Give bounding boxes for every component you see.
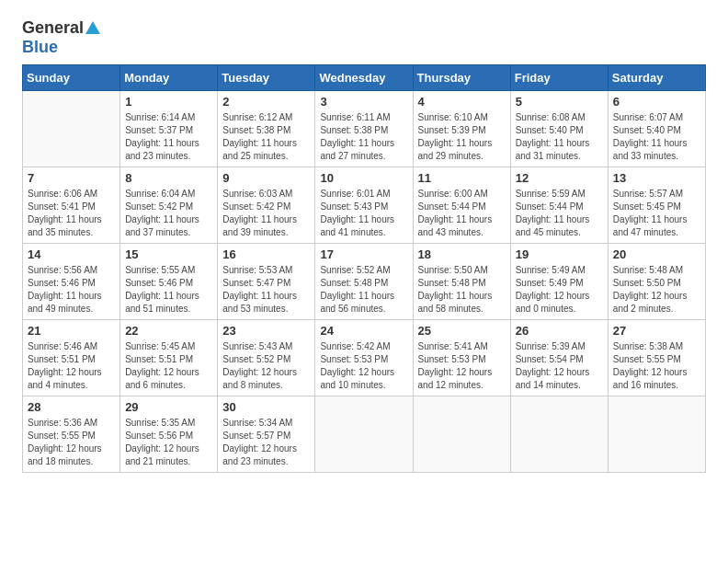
- calendar-cell: [413, 396, 510, 473]
- day-info: Sunrise: 5:41 AM Sunset: 5:53 PM Dayligh…: [418, 340, 506, 392]
- logo-blue-text: Blue: [22, 38, 58, 57]
- day-info: Sunrise: 6:04 AM Sunset: 5:42 PM Dayligh…: [125, 188, 212, 239]
- logo-general-text: General: [22, 18, 84, 38]
- day-info: Sunrise: 5:59 AM Sunset: 5:44 PM Dayligh…: [516, 188, 603, 239]
- weekday-header: Sunday: [23, 65, 120, 91]
- day-number: 27: [613, 324, 700, 338]
- calendar-cell: 28Sunrise: 5:36 AM Sunset: 5:55 PM Dayli…: [23, 396, 120, 473]
- calendar-cell: 21Sunrise: 5:46 AM Sunset: 5:51 PM Dayli…: [23, 320, 120, 396]
- calendar-cell: 16Sunrise: 5:53 AM Sunset: 5:47 PM Dayli…: [218, 244, 315, 320]
- calendar-cell: 7Sunrise: 6:06 AM Sunset: 5:41 PM Daylig…: [23, 167, 120, 244]
- day-number: 29: [125, 400, 212, 414]
- day-number: 10: [320, 171, 407, 185]
- day-info: Sunrise: 5:43 AM Sunset: 5:52 PM Dayligh…: [222, 340, 310, 392]
- day-info: Sunrise: 5:53 AM Sunset: 5:47 PM Dayligh…: [222, 264, 310, 316]
- calendar-cell: 27Sunrise: 5:38 AM Sunset: 5:55 PM Dayli…: [608, 320, 705, 396]
- day-number: 2: [222, 95, 310, 109]
- calendar-cell: 10Sunrise: 6:01 AM Sunset: 5:43 PM Dayli…: [315, 167, 413, 244]
- calendar-week-row: 14Sunrise: 5:56 AM Sunset: 5:46 PM Dayli…: [23, 244, 706, 320]
- calendar-header-row: SundayMondayTuesdayWednesdayThursdayFrid…: [23, 65, 706, 91]
- day-number: 5: [516, 95, 603, 109]
- day-number: 3: [320, 95, 407, 109]
- day-info: Sunrise: 6:10 AM Sunset: 5:39 PM Dayligh…: [418, 111, 506, 163]
- calendar-cell: 26Sunrise: 5:39 AM Sunset: 5:54 PM Dayli…: [510, 320, 608, 396]
- calendar-cell: 30Sunrise: 5:34 AM Sunset: 5:57 PM Dayli…: [218, 396, 315, 473]
- calendar-cell: 12Sunrise: 5:59 AM Sunset: 5:44 PM Dayli…: [510, 167, 608, 244]
- calendar-cell: 17Sunrise: 5:52 AM Sunset: 5:48 PM Dayli…: [315, 244, 413, 320]
- day-number: 24: [320, 324, 407, 338]
- day-info: Sunrise: 5:46 AM Sunset: 5:51 PM Dayligh…: [28, 340, 115, 392]
- calendar-cell: 14Sunrise: 5:56 AM Sunset: 5:46 PM Dayli…: [23, 244, 120, 320]
- day-info: Sunrise: 6:14 AM Sunset: 5:37 PM Dayligh…: [125, 111, 212, 163]
- day-info: Sunrise: 5:52 AM Sunset: 5:48 PM Dayligh…: [320, 264, 407, 316]
- weekday-header: Thursday: [413, 65, 510, 91]
- day-info: Sunrise: 5:49 AM Sunset: 5:49 PM Dayligh…: [516, 264, 603, 316]
- day-info: Sunrise: 6:03 AM Sunset: 5:42 PM Dayligh…: [222, 188, 310, 239]
- day-number: 15: [125, 247, 212, 261]
- calendar-cell: 15Sunrise: 5:55 AM Sunset: 5:46 PM Dayli…: [120, 244, 218, 320]
- calendar-cell: 9Sunrise: 6:03 AM Sunset: 5:42 PM Daylig…: [218, 167, 315, 244]
- day-info: Sunrise: 5:57 AM Sunset: 5:45 PM Dayligh…: [613, 188, 700, 239]
- calendar-cell: 2Sunrise: 6:12 AM Sunset: 5:38 PM Daylig…: [218, 91, 315, 167]
- calendar-cell: 8Sunrise: 6:04 AM Sunset: 5:42 PM Daylig…: [120, 167, 218, 244]
- day-info: Sunrise: 5:34 AM Sunset: 5:57 PM Dayligh…: [222, 417, 310, 468]
- day-info: Sunrise: 6:07 AM Sunset: 5:40 PM Dayligh…: [613, 111, 700, 163]
- day-info: Sunrise: 5:45 AM Sunset: 5:51 PM Dayligh…: [125, 340, 212, 392]
- calendar-cell: [510, 396, 608, 473]
- day-number: 22: [125, 324, 212, 338]
- day-number: 7: [28, 171, 115, 185]
- calendar-cell: 6Sunrise: 6:07 AM Sunset: 5:40 PM Daylig…: [608, 91, 705, 167]
- weekday-header: Monday: [120, 65, 218, 91]
- day-info: Sunrise: 6:01 AM Sunset: 5:43 PM Dayligh…: [320, 188, 407, 239]
- day-number: 23: [222, 324, 310, 338]
- calendar-cell: 11Sunrise: 6:00 AM Sunset: 5:44 PM Dayli…: [413, 167, 510, 244]
- day-number: 30: [222, 400, 310, 414]
- calendar-week-row: 1Sunrise: 6:14 AM Sunset: 5:37 PM Daylig…: [23, 91, 706, 167]
- weekday-header: Saturday: [608, 65, 705, 91]
- day-info: Sunrise: 6:06 AM Sunset: 5:41 PM Dayligh…: [28, 188, 115, 239]
- day-number: 20: [613, 247, 700, 261]
- calendar-cell: 4Sunrise: 6:10 AM Sunset: 5:39 PM Daylig…: [413, 91, 510, 167]
- weekday-header: Wednesday: [315, 65, 413, 91]
- calendar-week-row: 28Sunrise: 5:36 AM Sunset: 5:55 PM Dayli…: [23, 396, 706, 473]
- day-info: Sunrise: 5:38 AM Sunset: 5:55 PM Dayligh…: [613, 340, 700, 392]
- day-number: 19: [516, 247, 603, 261]
- day-number: 25: [418, 324, 506, 338]
- calendar-table: SundayMondayTuesdayWednesdayThursdayFrid…: [22, 64, 706, 473]
- calendar-cell: 19Sunrise: 5:49 AM Sunset: 5:49 PM Dayli…: [510, 244, 608, 320]
- day-number: 21: [28, 324, 115, 338]
- day-info: Sunrise: 5:39 AM Sunset: 5:54 PM Dayligh…: [516, 340, 603, 392]
- calendar-week-row: 7Sunrise: 6:06 AM Sunset: 5:41 PM Daylig…: [23, 167, 706, 244]
- calendar-cell: 25Sunrise: 5:41 AM Sunset: 5:53 PM Dayli…: [413, 320, 510, 396]
- day-number: 28: [28, 400, 115, 414]
- day-info: Sunrise: 5:56 AM Sunset: 5:46 PM Dayligh…: [28, 264, 115, 316]
- day-info: Sunrise: 5:36 AM Sunset: 5:55 PM Dayligh…: [28, 417, 115, 468]
- calendar-cell: 20Sunrise: 5:48 AM Sunset: 5:50 PM Dayli…: [608, 244, 705, 320]
- day-number: 8: [125, 171, 212, 185]
- day-number: 18: [418, 247, 506, 261]
- calendar-cell: 29Sunrise: 5:35 AM Sunset: 5:56 PM Dayli…: [120, 396, 218, 473]
- day-number: 14: [28, 247, 115, 261]
- day-number: 16: [222, 247, 310, 261]
- day-number: 9: [222, 171, 310, 185]
- weekday-header: Friday: [510, 65, 608, 91]
- weekday-header: Tuesday: [218, 65, 315, 91]
- day-info: Sunrise: 6:11 AM Sunset: 5:38 PM Dayligh…: [320, 111, 407, 163]
- calendar-cell: 1Sunrise: 6:14 AM Sunset: 5:37 PM Daylig…: [120, 91, 218, 167]
- day-number: 4: [418, 95, 506, 109]
- calendar-cell: 18Sunrise: 5:50 AM Sunset: 5:48 PM Dayli…: [413, 244, 510, 320]
- logo-icon: [85, 21, 100, 34]
- calendar-cell: [23, 91, 120, 167]
- calendar-cell: 22Sunrise: 5:45 AM Sunset: 5:51 PM Dayli…: [120, 320, 218, 396]
- calendar-cell: 23Sunrise: 5:43 AM Sunset: 5:52 PM Dayli…: [218, 320, 315, 396]
- calendar-cell: 5Sunrise: 6:08 AM Sunset: 5:40 PM Daylig…: [510, 91, 608, 167]
- day-number: 1: [125, 95, 212, 109]
- day-number: 12: [516, 171, 603, 185]
- day-info: Sunrise: 6:12 AM Sunset: 5:38 PM Dayligh…: [222, 111, 310, 163]
- day-info: Sunrise: 6:00 AM Sunset: 5:44 PM Dayligh…: [418, 188, 506, 239]
- calendar-cell: [315, 396, 413, 473]
- calendar-cell: 13Sunrise: 5:57 AM Sunset: 5:45 PM Dayli…: [608, 167, 705, 244]
- day-info: Sunrise: 5:55 AM Sunset: 5:46 PM Dayligh…: [125, 264, 212, 316]
- day-info: Sunrise: 5:35 AM Sunset: 5:56 PM Dayligh…: [125, 417, 212, 468]
- calendar-cell: 24Sunrise: 5:42 AM Sunset: 5:53 PM Dayli…: [315, 320, 413, 396]
